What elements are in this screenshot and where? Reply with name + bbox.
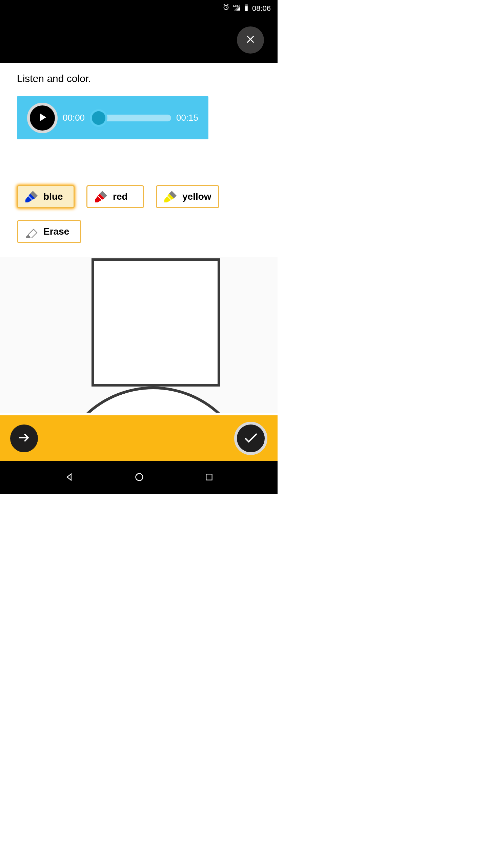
crayon-icon [164,190,177,203]
close-icon [244,33,257,46]
alarm-icon [222,4,230,13]
svg-rect-5 [206,474,212,480]
shape-circle[interactable] [55,387,251,413]
arrow-right-icon [17,430,32,446]
play-icon [36,111,49,125]
shape-square[interactable] [92,258,220,387]
tool-palette: blue red yellow Erase [17,185,261,243]
audio-current-time: 00:00 [63,113,85,123]
circle-home-icon [135,478,144,483]
erase-tool[interactable]: Erase [17,220,81,243]
tool-label: blue [43,191,63,202]
triangle-back-icon [64,478,74,483]
clock-time: 08:06 [252,4,271,13]
confirm-button[interactable] [234,422,267,455]
bottom-bar [0,415,278,461]
square-recents-icon [205,477,214,482]
content-area: Listen and color. 00:00 00:15 blue red [0,63,278,413]
tool-label: red [113,191,128,202]
home-button[interactable] [135,472,144,483]
color-tool-blue[interactable]: blue [17,185,75,208]
recents-button[interactable] [205,473,214,482]
color-tool-yellow[interactable]: yellow [156,185,219,208]
app-header [0,17,278,63]
scrubber-thumb[interactable] [90,109,107,127]
play-button[interactable] [27,103,58,133]
system-nav-bar [0,461,278,494]
battery-icon [244,4,249,13]
network-icon: LTE [233,4,241,13]
color-tool-red[interactable]: red [86,185,144,208]
back-button[interactable] [64,472,74,483]
status-bar: LTE 08:06 [0,0,278,17]
audio-total-time: 00:15 [176,113,198,123]
audio-scrubber[interactable] [90,115,171,121]
svg-point-4 [136,473,143,480]
tool-label: Erase [43,226,69,237]
eraser-icon [25,225,38,238]
crayon-icon [25,190,38,203]
instruction-text: Listen and color. [17,73,261,84]
next-button[interactable] [10,425,38,452]
close-button[interactable] [237,26,264,54]
audio-player: 00:00 00:15 [17,96,208,139]
drawing-canvas[interactable] [0,257,278,413]
crayon-icon [94,190,108,203]
tool-label: yellow [182,191,211,202]
check-icon [242,429,259,447]
